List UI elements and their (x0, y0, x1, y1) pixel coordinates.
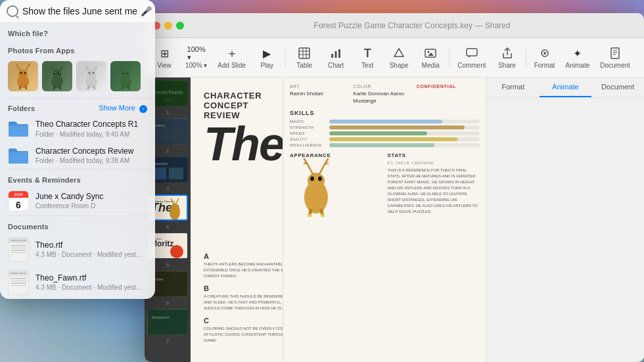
skill-agility-name: AGILITY (290, 137, 326, 141)
doc-item-2[interactable]: Theo_Fawn.rtf 4.3 MB · Document · Modifi… (0, 266, 155, 299)
svg-rect-7 (338, 49, 340, 58)
format-label: Format (534, 62, 555, 69)
doc-icon-1 (8, 237, 29, 262)
search-icon (7, 5, 18, 17)
folder-1-subtitle: Folder · Modified today, 9:40 AM (35, 130, 147, 139)
zoom-icon: 100% ▾ (189, 46, 204, 60)
photo-thumb-2[interactable] (42, 61, 72, 91)
spotlight-search-input[interactable] (22, 6, 137, 16)
folder-2-name: Character Concepts Review (35, 147, 147, 157)
stats-col: Stats 6'1 140 LB CERVIDAE THIS IS A REFE… (388, 152, 480, 215)
toolbar-comment[interactable]: Comment (453, 43, 490, 72)
toolbar-add-slide[interactable]: ＋ Add Slide (214, 43, 250, 72)
event-1-subtitle: Conference Room D (35, 202, 147, 210)
svg-line-95 (20, 86, 20, 89)
toolbar-media[interactable]: Media (416, 43, 445, 72)
event-item-1[interactable]: JUN 6 June x Candy Sync Conference Room … (0, 187, 155, 215)
toolbar-share[interactable]: Share (493, 43, 522, 72)
svg-line-96 (26, 86, 26, 89)
text-label: Text (361, 62, 373, 69)
skill-speed-name: SPEED (290, 131, 326, 135)
window-title-text: Forest Puzzle Game Character Concepts.ke… (314, 21, 472, 30)
toolbar-chart[interactable]: Chart (321, 43, 350, 72)
skill-speed-bar (329, 131, 480, 135)
cal-day: 6 (9, 198, 28, 212)
shape-icon (392, 46, 406, 60)
show-more-button[interactable]: Show More › (99, 104, 147, 113)
svg-line-118 (128, 87, 129, 89)
svg-text:Forest Puzzle: Forest Puzzle (153, 90, 183, 95)
toolbar-format[interactable]: Format (530, 43, 559, 72)
svg-line-103 (54, 87, 55, 89)
skill-intelligence-fill (329, 143, 434, 147)
doc-top-1 (9, 238, 28, 243)
minimize-button[interactable] (164, 22, 172, 30)
svg-point-107 (89, 72, 91, 74)
stats-body-text: THIS IS A REFERENCE FOR THEO'S FINAL STA… (388, 168, 480, 215)
svg-rect-12 (467, 49, 477, 56)
cal-month: JUN (9, 191, 28, 198)
doc-2-subtitle: 4.3 MB · Document · Modified yest... (35, 283, 147, 292)
rp-color-label: COLOR (353, 84, 416, 89)
doc-body-1 (9, 243, 28, 261)
doc-icon-2 (8, 270, 29, 295)
tab-format[interactable]: Format (487, 78, 540, 97)
maximize-button[interactable] (176, 22, 184, 30)
skill-magic-fill (329, 120, 442, 124)
doc-item-1[interactable]: Theo.rtf 4.3 MB · Document · Modified ye… (0, 233, 155, 266)
toolbar-animate[interactable]: ✦ Animate (562, 43, 594, 72)
toolbar-separator-3 (526, 48, 526, 68)
slide-title-area: Character Concept Review Theo (204, 91, 276, 168)
folder-2-text: Character Concepts Review Folder · Modif… (35, 147, 147, 166)
skill-intelligence-bar (329, 143, 480, 147)
toolbar-text[interactable]: T Text (353, 43, 382, 72)
which-file-label: Which file? (0, 23, 155, 40)
svg-rect-45 (148, 309, 188, 335)
svg-point-10 (428, 51, 430, 53)
events-label: Events & Reminders (0, 170, 155, 187)
slide-thumb-7[interactable]: Background (147, 309, 188, 335)
doc-1-text: Theo.rtf 4.3 MB · Document · Modified ye… (35, 240, 147, 260)
doc-1-name: Theo.rtf (35, 240, 147, 251)
event-1-text: June x Candy Sync Conference Room D (35, 192, 147, 211)
format-panel-content (487, 98, 644, 114)
toolbar-shape[interactable]: Shape (384, 43, 413, 72)
folder-item-2[interactable]: Character Concepts Review Folder · Modif… (0, 143, 155, 170)
svg-rect-5 (331, 54, 333, 58)
toolbar-play[interactable]: ▶ Play (252, 43, 281, 72)
comment-icon (465, 46, 479, 60)
toolbar: ⊞ View 100% ▾ 100% ▾ ＋ Add Slide ▶ Play … (145, 38, 644, 78)
toolbar-separator-2 (449, 48, 449, 68)
format-panel: Format Animate Document (486, 78, 644, 362)
toolbar-zoom[interactable]: 100% ▾ 100% ▾ (181, 43, 211, 72)
toolbar-document[interactable]: Document (596, 43, 634, 72)
svg-point-100 (58, 72, 60, 74)
svg-point-114 (127, 72, 129, 74)
window-titlebar: Forest Puzzle Game Character Concepts.ke… (145, 13, 644, 38)
svg-rect-16 (611, 48, 619, 58)
document-label: Document (600, 62, 630, 69)
skills-section: Skills MAGIC STRENGTH (290, 110, 480, 147)
rp-color-col: COLOR Karlie Donovan Aaron Mustange (353, 84, 416, 104)
doc-2-name: Theo_Fawn.rtf (35, 273, 147, 284)
photo-thumb-3[interactable] (76, 61, 106, 91)
photo-thumb-4[interactable] (110, 61, 141, 91)
skill-agility: AGILITY (290, 137, 480, 141)
photo-thumb-1[interactable] (8, 61, 38, 91)
svg-point-99 (54, 72, 57, 74)
folders-section-header: Folders Show More › (0, 99, 155, 116)
main-slide-canvas[interactable]: Character Concept Review Theo (191, 78, 486, 362)
format-tabs: Format Animate Document (487, 78, 644, 98)
rp-header: ART Ramin Shotari COLOR Karlie Donovan A… (290, 84, 480, 104)
view-icon: ⊞ (157, 46, 172, 60)
tab-animate[interactable]: Animate (540, 78, 592, 97)
tab-document[interactable]: Document (591, 78, 644, 97)
svg-point-15 (543, 52, 546, 55)
folder-icon-1 (8, 120, 29, 137)
toolbar-table[interactable]: Table (290, 43, 319, 72)
document-icon (608, 46, 622, 60)
spotlight-search-bar[interactable]: 🎤 (0, 0, 155, 23)
folder-item-1[interactable]: Theo Character Concepts R1 Folder · Modi… (0, 116, 155, 143)
svg-rect-6 (335, 51, 337, 58)
microphone-icon[interactable]: 🎤 (141, 5, 150, 18)
